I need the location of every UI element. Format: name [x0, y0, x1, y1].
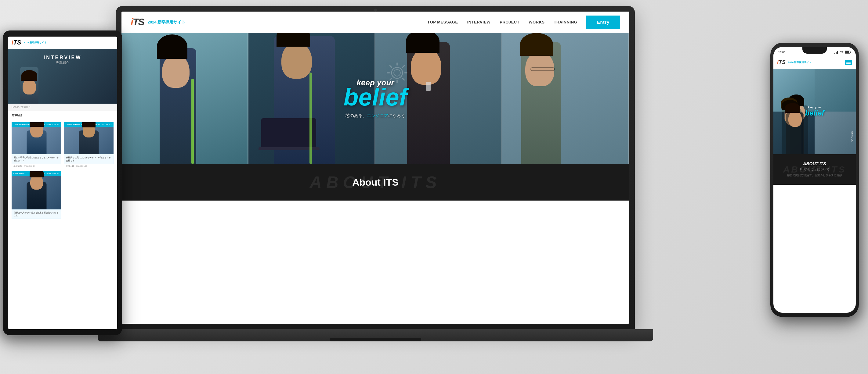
svg-rect-10	[834, 53, 835, 54]
phone-about: ABOUT ITS ABOUT ITS ITSのしごとについて 独自の開発方法論…	[773, 154, 856, 185]
hero-panel-3	[375, 33, 502, 164]
laptop-screen: iTS 2024 新卒採用サイト TOP MESSAGE INTERVIEW P…	[121, 11, 629, 324]
menu-line-2	[846, 62, 850, 63]
wifi-icon	[840, 50, 844, 54]
battery-icon	[845, 50, 851, 54]
site-tagline: 2024 新卒採用サイト	[148, 20, 186, 25]
scene: iTS 2024 新卒採用サイト INTERVIEW 先輩紹介	[0, 0, 868, 374]
phone-status-icons	[834, 50, 851, 54]
tablet-tagline: 2024 新卒採用サイト	[24, 41, 47, 44]
about-title: About ITS	[352, 177, 398, 188]
hero-panel-1	[121, 33, 248, 164]
logo-its: iTS	[131, 16, 144, 28]
tablet-screen: iTS 2024 新卒採用サイト INTERVIEW 先輩紹介	[8, 37, 117, 329]
hero-panel-4	[502, 33, 629, 164]
hero-panel-2	[248, 33, 375, 164]
nav-top-message[interactable]: TOP MESSAGE	[427, 20, 458, 24]
tablet-card-2-name: Daisuke Harada	[66, 124, 82, 126]
phone-device: 10:00	[770, 43, 859, 317]
phone-hero-cell-4	[814, 111, 856, 154]
phone-body: 10:00	[770, 43, 859, 317]
tablet-card-1-name: Tomomi Okumura	[13, 124, 31, 126]
tablet-interview-grid: Tomomi Okumura INTERVIEW 01 新しい環境や職場に出会え…	[8, 120, 117, 221]
laptop-body: iTS 2024 新卒採用サイト TOP MESSAGE INTERVIEW P…	[116, 6, 635, 329]
menu-line-1	[846, 61, 850, 61]
signal-icon	[834, 50, 839, 54]
tablet-section-title: 先輩紹介	[8, 111, 117, 120]
tablet-interview-sub: 先輩紹介	[44, 60, 82, 65]
tablet-interview-label: INTERVIEW	[44, 55, 82, 60]
logo-area: iTS 2024 新卒採用サイト	[131, 16, 185, 28]
phone-time: 10:00	[778, 50, 785, 54]
site-nav: TOP MESSAGE INTERVIEW PROJECT WORKS TRAI…	[427, 15, 620, 29]
tablet-card-1-author: 奥村拓美 2008年入社	[11, 164, 61, 169]
phone-hero-keep: keep your	[805, 106, 824, 109]
nav-interview[interactable]: INTERVIEW	[467, 20, 491, 24]
phone-about-label: ABOUT ITS	[787, 161, 842, 166]
about-section: ABOUT ITS About ITS	[121, 164, 629, 201]
nav-entry-button[interactable]: Entry	[586, 15, 620, 29]
tablet-card-3-photo	[11, 176, 61, 209]
tablet-device: iTS 2024 新卒採用サイト INTERVIEW 先輩紹介	[3, 31, 122, 335]
phone-hero-belief: belief	[805, 109, 824, 117]
menu-line-3	[846, 63, 850, 64]
laptop-device: iTS 2024 新卒採用サイト TOP MESSAGE INTERVIEW P…	[116, 6, 635, 341]
tablet-site-header: iTS 2024 新卒採用サイト	[8, 37, 117, 49]
tablet-card-3-quote: 目標は一人でやり遂げる知恵と新技術をつけること！	[11, 209, 61, 219]
hero-section: keep your belief 芯のある、エンジニアになろう	[121, 33, 629, 164]
phone-header: iTS 2024 新卒採用サイト	[773, 56, 856, 69]
tablet-card-2-photo	[64, 127, 114, 154]
nav-works[interactable]: WORKS	[529, 20, 545, 24]
svg-rect-14	[850, 52, 851, 53]
tablet-card-3[interactable]: Chie Saisu INTERVIEW 03 目標は一人でやり遂げる知恵と新技…	[11, 171, 61, 219]
phone-notch	[802, 47, 827, 54]
phone-screen: 10:00	[773, 47, 856, 313]
tablet-card-2-quote: 積極的な社員には大きなチャンスが与えられる会社です	[64, 154, 114, 164]
tablet-logo: iTS	[11, 39, 21, 46]
tablet-card-3-name: Chie Saisu	[13, 172, 24, 175]
tablet-breadcrumb: HOME / 先輩紹介	[8, 104, 117, 111]
phone-menu-button[interactable]	[845, 60, 852, 65]
phone-hero-cell-2	[814, 69, 856, 111]
phone-hero: keep your belief SCROLL	[773, 69, 856, 154]
tablet-card-3-badge: INTERVIEW 03	[43, 172, 60, 174]
tablet-logo-text: TS	[13, 39, 21, 46]
laptop-base	[98, 329, 653, 341]
tablet-card-2-badge: INTERVIEW 02	[95, 124, 112, 126]
tablet-body: iTS 2024 新卒採用サイト INTERVIEW 先輩紹介	[3, 31, 122, 335]
tablet-card-1-badge: INTERVIEW 01	[43, 124, 60, 126]
phone-scroll-indicator: SCROLL	[851, 131, 854, 142]
laptop-camera	[374, 8, 377, 11]
tablet-card-2[interactable]: Daisuke Harada INTERVIEW 02 積極的な社員には大きなチ…	[64, 122, 114, 169]
svg-rect-15	[845, 51, 849, 53]
site-header: iTS 2024 新卒採用サイト TOP MESSAGE INTERVIEW P…	[121, 11, 629, 33]
nav-project[interactable]: PROJECT	[500, 20, 520, 24]
tablet-card-2-author: 原田大輔 2003年入社	[64, 164, 114, 169]
phone-tagline: 2024 新卒採用サイト	[788, 61, 811, 64]
nav-trainning[interactable]: TRAINNING	[554, 20, 577, 24]
tablet-card-1-photo	[11, 127, 61, 154]
phone-logo: iTS	[777, 59, 785, 66]
tablet-card-1[interactable]: Tomomi Okumura INTERVIEW 01 新しい環境や職場に出会え…	[11, 122, 61, 169]
svg-rect-11	[836, 52, 837, 54]
tablet-card-1-quote: 新しい環境や職場に出会えることにやりがいを感じます！	[11, 154, 61, 164]
svg-rect-12	[837, 51, 838, 54]
phone-hero-overlay: keep your belief	[805, 106, 824, 117]
tablet-hero: INTERVIEW 先輩紹介	[8, 49, 117, 104]
